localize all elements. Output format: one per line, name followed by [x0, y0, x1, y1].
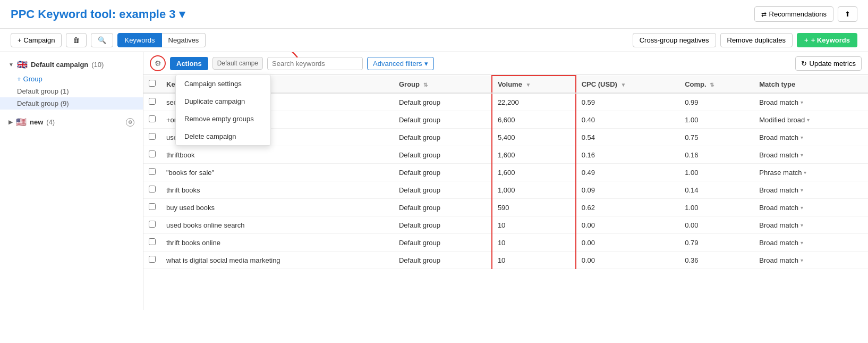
volume-cell: 590	[492, 199, 576, 216]
match-type-chevron[interactable]: ▾	[804, 170, 806, 175]
plus-icon: +	[17, 75, 21, 83]
keyword-cell: "books for sale"	[161, 164, 394, 181]
content-toolbar: ⚙ Actions Campaign settings Duplicate ca…	[143, 52, 868, 75]
group-cell: Default group	[394, 252, 492, 269]
delete-icon: 🗑	[73, 36, 80, 44]
match-type-cell: Broad match ▾	[754, 146, 868, 164]
comp-cell: 0.75	[679, 129, 754, 146]
group-cell: Default group	[394, 234, 492, 252]
row-checkbox[interactable]	[149, 203, 156, 210]
group-sort-icon[interactable]: ⇅	[423, 82, 428, 88]
match-type-label: Broad match	[759, 133, 798, 141]
add-group-link[interactable]: + Group	[0, 73, 143, 85]
cpc-sort-icon[interactable]: ▼	[620, 82, 626, 88]
row-checkbox[interactable]	[149, 221, 156, 228]
match-type-label: Broad match	[759, 186, 798, 194]
actions-button[interactable]: Actions	[170, 57, 208, 70]
match-type-chevron[interactable]: ▾	[801, 135, 803, 140]
table-row: used books online search Default group 1…	[143, 216, 868, 234]
match-type-chevron[interactable]: ▾	[801, 187, 803, 193]
row-checkbox[interactable]	[149, 115, 156, 122]
sidebar-group-1[interactable]: Default group (1)	[0, 85, 143, 97]
search-keywords-input[interactable]	[267, 57, 363, 70]
menu-item-duplicate-campaign[interactable]: Duplicate campaign	[176, 93, 270, 110]
group-cell: Default group	[394, 146, 492, 164]
row-checkbox[interactable]	[149, 98, 156, 105]
match-type-chevron[interactable]: ▾	[801, 257, 803, 263]
volume-sort-icon[interactable]: ▼	[526, 82, 531, 88]
row-checkbox[interactable]	[149, 150, 156, 157]
table-row: what is digital social media marketing D…	[143, 252, 868, 269]
match-type-cell: Broad match ▾	[754, 199, 868, 216]
add-keywords-button[interactable]: + + Keywords	[797, 33, 857, 47]
recommendations-icon: ⇄	[761, 11, 767, 18]
advanced-filters-label: Advanced filters	[373, 60, 422, 68]
match-type-label: Broad match	[759, 256, 798, 264]
recommendations-button[interactable]: ⇄ Recommendations	[754, 6, 833, 22]
remove-duplicates-button[interactable]: Remove duplicates	[720, 33, 793, 47]
match-type-cell: Broad match ▾	[754, 234, 868, 252]
cross-group-negatives-button[interactable]: Cross-group negatives	[633, 33, 716, 47]
cpc-cell: 0.62	[576, 199, 679, 216]
new-campaign-gear-icon[interactable]: ⚙	[126, 118, 134, 127]
match-type-label: Broad match	[759, 221, 798, 229]
match-type-chevron[interactable]: ▾	[801, 222, 803, 228]
comp-sort-icon[interactable]: ⇅	[710, 82, 714, 88]
row-checkbox-cell	[143, 216, 161, 234]
keyword-cell: what is digital social media marketing	[161, 252, 394, 269]
row-checkbox-cell	[143, 93, 161, 111]
match-type-chevron[interactable]: ▾	[801, 240, 803, 246]
volume-cell: 22,200	[492, 93, 576, 111]
sidebar-group-9[interactable]: Default group (9)	[0, 97, 143, 110]
comp-cell: 1.00	[679, 111, 754, 129]
cpc-cell: 0.16	[576, 146, 679, 164]
menu-item-delete-campaign[interactable]: Delete campaign	[176, 128, 270, 145]
table-row: "books for sale" Default group 1,600 0.4…	[143, 164, 868, 181]
row-checkbox[interactable]	[149, 133, 156, 140]
update-metrics-button[interactable]: ↻ Update metrics	[795, 56, 862, 71]
gear-icon: ⚙	[155, 59, 161, 68]
comp-cell: 0.99	[679, 93, 754, 111]
row-checkbox[interactable]	[149, 238, 156, 245]
add-campaign-button[interactable]: + Campaign	[11, 33, 62, 47]
row-checkbox[interactable]	[149, 256, 156, 263]
menu-item-remove-empty-groups[interactable]: Remove empty groups	[176, 110, 270, 128]
volume-cell: 1,600	[492, 146, 576, 164]
match-type-cell: Broad match ▾	[754, 181, 868, 199]
keywords-negatives-tabs: Keywords Negatives	[117, 33, 206, 47]
col-header-comp: Comp. ⇅	[679, 76, 754, 93]
keywords-tab[interactable]: Keywords	[117, 33, 161, 47]
update-metrics-label: Update metrics	[810, 60, 856, 68]
match-type-chevron[interactable]: ▾	[801, 99, 803, 105]
search-button[interactable]: 🔍	[91, 33, 113, 47]
col-header-checkbox	[143, 76, 161, 93]
advanced-filters-button[interactable]: Advanced filters ▾	[367, 57, 434, 70]
col-header-volume: Volume ▼	[492, 76, 576, 93]
export-button[interactable]: ⬆	[838, 6, 857, 22]
match-type-chevron[interactable]: ▾	[807, 117, 810, 123]
volume-cell: 6,600	[492, 111, 576, 129]
negatives-tab[interactable]: Negatives	[162, 33, 206, 47]
sidebar: ▼ 🇬🇧 Default campaign (10) + Group Defau…	[0, 52, 143, 310]
volume-col-label: Volume	[498, 80, 522, 88]
select-all-checkbox[interactable]	[149, 80, 156, 87]
row-checkbox[interactable]	[149, 186, 156, 193]
menu-item-campaign-settings[interactable]: Campaign settings	[176, 75, 270, 93]
keyword-cell: thrift books online	[161, 234, 394, 252]
sidebar-campaign-new[interactable]: ▶ 🇺🇸 new (4) ⚙	[0, 114, 143, 130]
delete-button[interactable]: 🗑	[66, 33, 87, 47]
settings-gear-button[interactable]: ⚙	[150, 55, 166, 71]
row-checkbox-cell	[143, 199, 161, 216]
match-type-cell: Broad match ▾	[754, 252, 868, 269]
title-chevron[interactable]: ▾	[179, 7, 185, 21]
group-1-label: Default group (1)	[17, 87, 69, 95]
main-layout: ▼ 🇬🇧 Default campaign (10) + Group Defau…	[0, 52, 868, 310]
sidebar-campaign-default[interactable]: ▼ 🇬🇧 Default campaign (10)	[0, 56, 143, 73]
match-type-cell: Phrase match ▾	[754, 164, 868, 181]
match-type-label: Broad match	[759, 239, 798, 247]
match-type-chevron[interactable]: ▾	[801, 205, 803, 211]
comp-cell: 0.79	[679, 234, 754, 252]
match-type-chevron[interactable]: ▾	[801, 152, 803, 158]
row-checkbox[interactable]	[149, 168, 156, 175]
app-header: PPC Keyword tool: example 3 ▾ ⇄ Recommen…	[0, 0, 868, 29]
